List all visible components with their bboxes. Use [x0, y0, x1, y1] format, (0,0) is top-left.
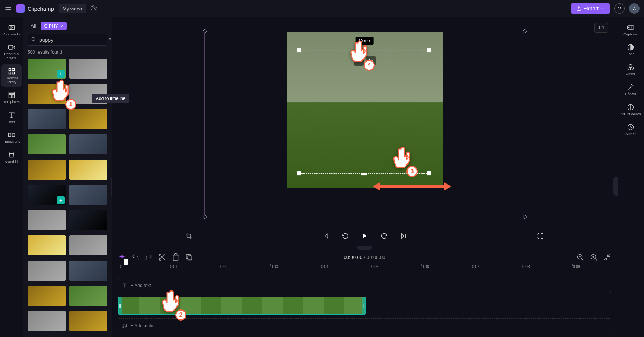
zoom-out-button[interactable]: [576, 253, 584, 261]
crop-selection[interactable]: [299, 50, 429, 174]
right-rail: › Captions Fade Filters Effects Adjust c…: [617, 17, 644, 337]
media-thumbnail[interactable]: [28, 160, 66, 180]
close-icon[interactable]: ✕: [60, 23, 64, 28]
canvas-resize-handle[interactable]: [203, 215, 207, 219]
split-button[interactable]: [158, 253, 166, 261]
ruler-tick: 0:06: [422, 265, 429, 269]
media-thumbnail[interactable]: [69, 286, 107, 306]
crop-handle[interactable]: [297, 171, 301, 175]
crop-handle[interactable]: [297, 48, 301, 52]
add-audio-label: + Add audio: [131, 323, 155, 328]
ruler-tick: 0:02: [220, 265, 227, 269]
rail-content-library[interactable]: Content library: [1, 64, 22, 87]
canvas-resize-handle[interactable]: [523, 29, 527, 33]
duplicate-button[interactable]: [185, 253, 193, 261]
svg-line-37: [582, 259, 583, 260]
aspect-ratio-button[interactable]: 1:1: [594, 23, 608, 33]
media-thumbnail[interactable]: +: [28, 185, 66, 205]
media-thumbnail[interactable]: [28, 210, 66, 230]
rail-captions[interactable]: Captions: [619, 21, 642, 39]
filter-chip-giphy[interactable]: GIPHY ✕: [41, 22, 66, 30]
ruler-tick: 0:04: [321, 265, 328, 269]
fit-timeline-button[interactable]: [603, 253, 611, 261]
crop-handle[interactable]: [427, 171, 431, 175]
search-input[interactable]: [39, 37, 104, 43]
media-thumbnail[interactable]: [69, 134, 107, 154]
video-clip[interactable]: || ||: [118, 297, 366, 315]
rail-your-media[interactable]: Your media: [1, 21, 22, 39]
play-button[interactable]: [359, 231, 370, 241]
project-name-input[interactable]: My video: [59, 4, 86, 13]
canvas-resize-handle[interactable]: [203, 29, 207, 33]
media-thumbnail[interactable]: [28, 134, 66, 154]
rail-text[interactable]: Text: [1, 108, 22, 127]
media-thumbnail[interactable]: [69, 160, 107, 180]
undo-button[interactable]: [131, 253, 139, 261]
export-button[interactable]: Export: [571, 3, 610, 14]
skip-back-button[interactable]: [321, 231, 331, 241]
media-thumbnail[interactable]: +: [28, 59, 66, 79]
add-to-timeline-badge[interactable]: +: [57, 70, 65, 78]
media-thumbnail[interactable]: [28, 311, 66, 331]
rail-label: Captions: [623, 32, 638, 36]
media-thumbnail[interactable]: [69, 59, 107, 79]
help-icon[interactable]: ?: [614, 3, 625, 14]
media-thumbnail[interactable]: [69, 210, 107, 230]
player-controls: [112, 231, 617, 246]
add-text-track[interactable]: + Add text: [118, 278, 611, 293]
video-player[interactable]: [287, 32, 443, 188]
skip-forward-button[interactable]: [398, 231, 409, 241]
media-thumbnail[interactable]: [28, 286, 66, 306]
left-rail: Your media Record & create Content libra…: [0, 17, 23, 337]
rail-brand-kit[interactable]: Brand kit: [1, 148, 22, 167]
rail-record-create[interactable]: Record & create: [1, 41, 22, 63]
rail-speed[interactable]: Speed: [619, 120, 642, 139]
crop-tool-icon[interactable]: [183, 231, 194, 241]
canvas-frame[interactable]: [204, 31, 525, 217]
forward-5s-button[interactable]: [379, 231, 389, 241]
media-thumbnail[interactable]: [28, 235, 66, 255]
add-audio-track[interactable]: + Add audio: [118, 318, 611, 333]
media-thumbnail[interactable]: [69, 185, 107, 205]
media-thumbnail[interactable]: [28, 261, 66, 281]
cloud-sync-icon[interactable]: [91, 4, 97, 13]
rewind-5s-button[interactable]: [340, 231, 351, 241]
media-thumbnail[interactable]: [69, 261, 107, 281]
clip-trim-left-handle[interactable]: ||: [119, 297, 122, 314]
clip-trim-right-handle[interactable]: ||: [362, 297, 365, 314]
media-thumbnail[interactable]: [69, 311, 107, 331]
rail-effects[interactable]: Effects: [619, 81, 642, 99]
crop-handle[interactable]: [361, 173, 367, 175]
add-to-timeline-badge[interactable]: +: [57, 196, 65, 204]
user-avatar[interactable]: A: [629, 3, 640, 14]
rail-fade[interactable]: Fade: [619, 41, 642, 59]
menu-icon[interactable]: [4, 4, 12, 13]
redo-button[interactable]: [145, 253, 153, 261]
logo-mark-icon: [16, 4, 25, 13]
fullscreen-button[interactable]: [535, 231, 546, 241]
crop-handle[interactable]: [427, 48, 431, 52]
media-thumbnail[interactable]: [69, 235, 107, 255]
timeline-ruler[interactable]: 0 0:01 0:02 0:03 0:04 0:05 0:06 0:07 0:0…: [118, 265, 617, 274]
video-track[interactable]: || ||: [118, 297, 611, 315]
rail-templates[interactable]: Templates: [1, 88, 22, 107]
rail-adjust-colors[interactable]: Adjust colors: [619, 101, 642, 119]
crop-confirm-button[interactable]: [354, 56, 364, 66]
rail-label: Templates: [3, 100, 19, 104]
filter-all[interactable]: All: [28, 22, 39, 30]
search-box[interactable]: [28, 34, 107, 46]
svg-marker-28: [401, 234, 404, 238]
crop-undo-button[interactable]: [366, 56, 376, 66]
zoom-in-button[interactable]: [590, 253, 598, 261]
media-thumbnail[interactable]: [28, 109, 66, 129]
rail-transitions[interactable]: Transitions: [1, 128, 22, 147]
rightrail-collapse-handle[interactable]: ›: [613, 177, 618, 196]
media-thumbnail[interactable]: [69, 109, 107, 129]
timeline-collapse-button[interactable]: ⌄: [357, 246, 372, 250]
rail-filters[interactable]: Filters: [619, 61, 642, 79]
ruler-tick: 0:08: [522, 265, 530, 269]
delete-button[interactable]: [172, 253, 180, 261]
media-thumbnail[interactable]: [28, 84, 66, 104]
playhead[interactable]: [124, 259, 128, 265]
canvas-resize-handle[interactable]: [523, 215, 527, 219]
